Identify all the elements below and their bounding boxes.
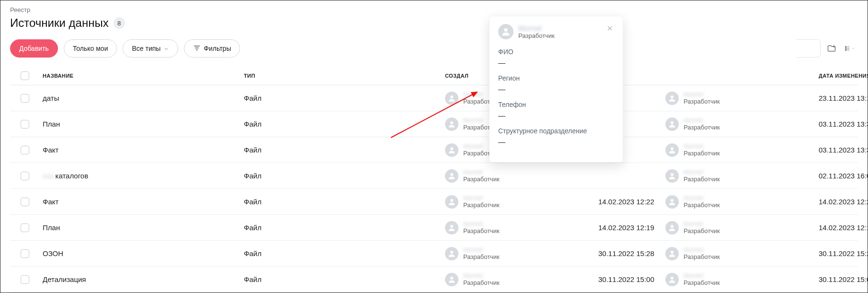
row-modified-by[interactable]: blurredРазработчик [662, 169, 815, 183]
user-role: Разработчик [463, 254, 500, 260]
svg-point-11 [450, 95, 453, 98]
row-checkbox[interactable] [21, 94, 29, 103]
search-input-edge[interactable] [797, 39, 821, 58]
table-row[interactable]: ПланФайлblurredРазработчик14.02.2023 12:… [10, 215, 858, 241]
row-modified-date: 30.11.2022 15:28 [815, 249, 868, 258]
user-role: Разработчик [684, 150, 720, 157]
user-name-redacted: blurred [463, 221, 500, 227]
row-modified-date: 30.11.2022 15:00 [815, 275, 868, 283]
row-checkbox[interactable] [21, 146, 29, 154]
user-role: Разработчик [684, 254, 720, 260]
svg-point-20 [671, 199, 674, 202]
row-type: Файл [240, 172, 441, 180]
popover-field: ФИО— [498, 48, 614, 67]
user-role: Разработчик [684, 98, 720, 105]
row-modified-date: 14.02.2023 12:19 [815, 223, 868, 232]
add-button[interactable]: Добавить [10, 39, 58, 58]
row-checkbox[interactable] [21, 198, 29, 206]
row-created-date: 14.02.2023 12:19 [594, 223, 662, 232]
row-modified-date: 14.02.2023 12:22 [815, 198, 868, 206]
row-modified-date: 02.11.2023 16:06 [815, 172, 868, 180]
filters-icon [193, 44, 201, 53]
row-created-by[interactable]: blurredРазработчик [441, 221, 594, 234]
all-types-label: Все типы [132, 45, 160, 52]
table-row[interactable]: датыФайлblurredРазработчикblurredРазрабо… [10, 85, 858, 111]
row-name: Детализация [39, 275, 240, 283]
svg-point-27 [504, 28, 507, 32]
svg-rect-5 [845, 47, 846, 47]
breadcrumb[interactable]: Реестр [10, 6, 858, 13]
only-mine-button[interactable]: Только мои [64, 39, 117, 58]
row-modified-date: 03.11.2023 13:33 [815, 120, 868, 128]
user-role: Разработчик [684, 202, 720, 209]
svg-rect-6 [845, 48, 846, 49]
row-type: Файл [240, 94, 441, 102]
user-name-redacted: blurred [684, 169, 720, 176]
svg-point-18 [671, 173, 674, 176]
view-options-dropdown[interactable] [845, 43, 855, 54]
row-type: Файл [240, 146, 441, 154]
avatar [665, 169, 679, 183]
row-checkbox[interactable] [21, 249, 29, 258]
row-modified-by[interactable]: blurredРазработчик [662, 272, 815, 286]
table-row[interactable]: ДетализацияФайлblurredРазработчик30.11.2… [10, 267, 858, 293]
filters-button[interactable]: Фильтры [184, 39, 240, 58]
column-type[interactable]: Тип [240, 73, 441, 79]
row-modified-by[interactable]: blurredРазработчик [662, 246, 815, 260]
row-modified-date: 03.11.2023 13:33 [815, 146, 868, 154]
user-name-redacted: blurred [684, 221, 720, 227]
column-name[interactable]: Название [39, 73, 240, 79]
popover-field-label: Регион [498, 74, 614, 82]
row-modified-by[interactable]: blurredРазработчик [662, 117, 815, 131]
column-modified[interactable]: Дата изменения [815, 73, 868, 79]
row-checkbox[interactable] [21, 120, 29, 129]
row-type: Файл [240, 120, 441, 128]
row-checkbox[interactable] [21, 223, 29, 232]
avatar [665, 143, 679, 157]
svg-point-21 [450, 225, 453, 228]
user-role: Разработчик [684, 280, 720, 286]
table-header: Название Тип Создал Дата изменения [10, 66, 858, 85]
select-all-checkbox[interactable] [21, 71, 29, 80]
row-created-date: 30.11.2022 15:28 [594, 249, 662, 258]
user-name-redacted: blurred [463, 272, 500, 279]
row-created-by[interactable]: blurredРазработчик [441, 169, 594, 183]
row-name: Факт [39, 198, 240, 206]
row-modified-by[interactable]: blurredРазработчик [662, 143, 815, 157]
row-created-by[interactable]: blurredРазработчик [441, 272, 594, 286]
table-row[interactable]: ФактФайлblurredРазработчикblurredРазрабо… [10, 137, 858, 163]
user-name-redacted: blurred [684, 143, 720, 150]
row-created-by[interactable]: blurredРазработчик [441, 195, 594, 209]
row-modified-by[interactable]: blurredРазработчик [662, 221, 815, 234]
user-role: Разработчик [463, 280, 500, 286]
all-types-dropdown[interactable]: Все типы [123, 39, 178, 58]
row-name: Факт [39, 146, 240, 154]
user-role: Разработчик [463, 176, 500, 183]
user-name-redacted: blurred [684, 195, 720, 201]
row-created-date: 14.02.2023 12:22 [594, 198, 662, 206]
row-modified-date: 23.11.2023 13:18 [815, 94, 868, 102]
popover-field-value: — [498, 111, 614, 119]
user-name-redacted: blurred [463, 169, 500, 176]
popover-field-value: — [498, 138, 614, 146]
table-row[interactable]: xxxкаталоговФайлblurredРазработчикblurre… [10, 163, 858, 189]
table-row[interactable]: ОЗОНФайлblurredРазработчик30.11.2022 15:… [10, 241, 858, 267]
popover-field-label: ФИО [498, 48, 614, 56]
popover-field-value: — [498, 85, 614, 93]
user-name-redacted: blurred [684, 91, 720, 98]
row-checkbox[interactable] [21, 275, 29, 284]
table-row[interactable]: ПланФайлblurredРазработчикblurredРазрабо… [10, 111, 858, 137]
svg-point-25 [450, 277, 453, 280]
row-modified-by[interactable]: blurredРазработчик [662, 91, 815, 105]
popover-user-role: Разработчик [518, 32, 601, 39]
row-modified-by[interactable]: blurredРазработчик [662, 195, 815, 209]
row-checkbox[interactable] [21, 172, 29, 180]
avatar [665, 92, 679, 105]
svg-point-22 [671, 225, 674, 228]
avatar [445, 169, 458, 183]
close-icon[interactable] [605, 24, 614, 33]
row-created-by[interactable]: blurredРазработчик [441, 246, 594, 260]
svg-rect-7 [845, 49, 846, 50]
add-folder-icon[interactable] [826, 43, 837, 54]
table-row[interactable]: ФактФайлblurredРазработчик14.02.2023 12:… [10, 189, 858, 215]
